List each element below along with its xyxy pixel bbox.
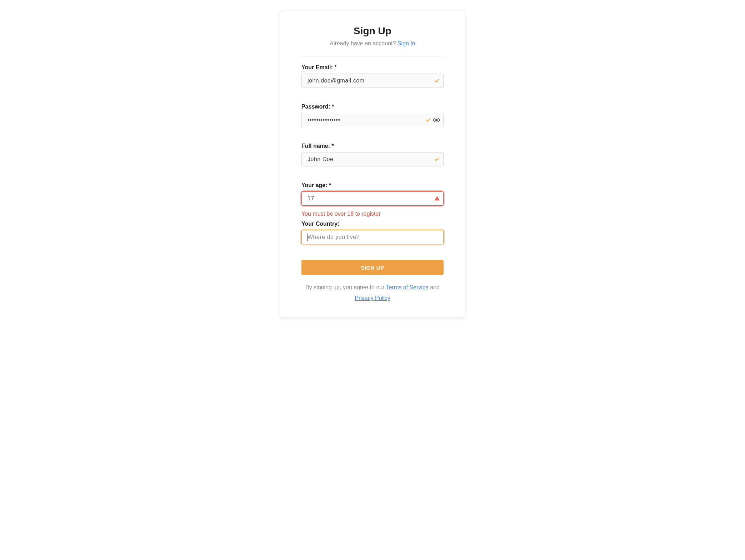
svg-point-0 <box>435 119 437 121</box>
signup-card: Sign Up Already have an account? Sign In… <box>280 11 465 318</box>
name-label: Full name: * <box>301 143 444 149</box>
legal-text: By signing up, you agree to our Terms of… <box>301 282 444 304</box>
sign-up-button[interactable]: SIGN UP <box>301 260 444 275</box>
sign-in-link[interactable]: Sign In <box>398 40 415 46</box>
password-input-wrap <box>301 113 444 127</box>
name-input-wrap <box>301 152 444 166</box>
legal-and: and <box>429 284 440 290</box>
age-label: Your age: * <box>301 182 444 189</box>
email-input-wrap <box>301 74 444 88</box>
country-input-wrap <box>301 230 444 244</box>
legal-prefix: By signing up, you agree to our <box>305 284 386 290</box>
privacy-link[interactable]: Privacy Policy <box>355 295 390 301</box>
name-input[interactable] <box>301 152 444 166</box>
email-label: Your Email: * <box>301 64 444 71</box>
country-label: Your Country: <box>301 221 444 227</box>
divider <box>301 56 444 56</box>
check-icon <box>425 118 431 122</box>
tos-link[interactable]: Terms of Service <box>386 284 429 290</box>
have-account-text: Already have an account? <box>330 40 397 46</box>
password-field-group: Password: * <box>301 104 444 127</box>
age-field-group: Your age: * You must be over 18 to regis… <box>301 182 444 217</box>
page-title: Sign Up <box>301 25 444 37</box>
age-input-wrap <box>301 191 444 206</box>
password-label: Password: * <box>301 104 444 110</box>
age-error-text: You must be over 18 to register <box>301 211 444 217</box>
country-field-group: Your Country: <box>301 221 444 244</box>
age-input[interactable] <box>301 191 444 206</box>
country-input[interactable] <box>301 230 444 244</box>
email-field-group: Your Email: * <box>301 64 444 88</box>
name-field-group: Full name: * <box>301 143 444 166</box>
text-caret <box>308 234 308 241</box>
svg-rect-1 <box>437 198 437 199</box>
eye-icon[interactable] <box>433 118 440 122</box>
check-icon <box>434 157 440 162</box>
svg-rect-2 <box>437 199 437 200</box>
email-input[interactable] <box>301 74 444 88</box>
signin-row: Already have an account? Sign In <box>301 40 444 47</box>
warning-icon <box>434 196 440 201</box>
password-input[interactable] <box>301 113 444 127</box>
check-icon <box>434 78 440 83</box>
